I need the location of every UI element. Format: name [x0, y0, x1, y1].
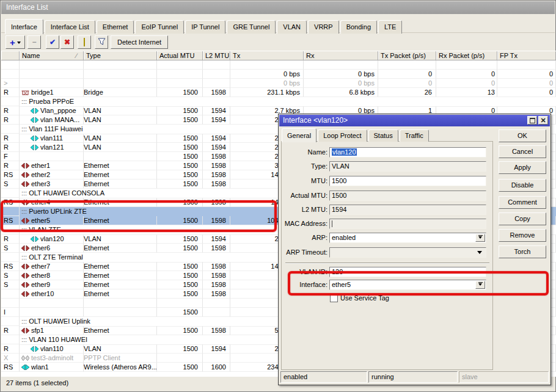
row-l2-mtu: 1598 [203, 262, 230, 271]
row-type: VLAN [84, 106, 157, 115]
column-header-rx-packet-p-s[interactable]: Rx Packet (p/s) [436, 51, 497, 60]
row-actual-mtu: 1500 [157, 308, 203, 317]
torch-button[interactable]: Torch [499, 245, 546, 258]
row-flag [1, 299, 20, 308]
comment-button[interactable] [78, 35, 91, 49]
interface-dropdown-button[interactable] [475, 281, 485, 289]
dialog-tab-loop-protect[interactable]: Loop Protect [318, 129, 367, 142]
column-header-rx[interactable]: Rx [304, 51, 378, 60]
ethernet-icon [21, 217, 29, 225]
column-header-l2-mtu[interactable]: L2 MTU [203, 51, 230, 60]
row-rx: 0 bps [304, 79, 378, 88]
tab-lte[interactable]: LTE [378, 20, 402, 34]
filter-funnel-icon [98, 38, 106, 46]
table-row[interactable]: Rbridge1Bridge15001598231.1 kbps6.8 kbps… [1, 88, 556, 97]
row-actual-mtu: 1500 [157, 344, 203, 354]
comment-prefix: ::: [21, 189, 27, 197]
column-header-tx[interactable]: Tx [230, 51, 304, 60]
row-flag [1, 70, 20, 79]
filter-button[interactable] [95, 35, 108, 49]
row-actual-mtu: 1500 [157, 170, 203, 180]
ethernet-icon [21, 180, 29, 189]
mtu-field[interactable]: 1500 [329, 176, 486, 186]
row-type: Ethernet [84, 326, 157, 335]
vlan-icon [31, 134, 38, 143]
column-header-fp-tx[interactable]: FP Tx [497, 51, 556, 60]
column-header-tx-packet-p-s[interactable]: Tx Packet (p/s) [378, 51, 436, 60]
row-flag: R [1, 134, 20, 143]
row-fp-tx: 0 [497, 79, 556, 88]
enable-button[interactable]: ✔ [46, 35, 59, 49]
remove-button[interactable]: − [27, 35, 41, 49]
row-tx-packet: 0 [378, 79, 436, 88]
column-header-name[interactable]: Name∕ [20, 51, 84, 60]
row-rx [304, 60, 378, 70]
ethernet-icon [21, 272, 29, 280]
column-header-type[interactable]: Type [84, 51, 157, 60]
row-l2-mtu: 1600 [203, 363, 230, 372]
row-rx-packet: 0 [436, 79, 497, 88]
maximize-icon [530, 118, 535, 123]
close-button[interactable]: ✕ [538, 116, 548, 125]
row-l2-mtu: 1594 [203, 115, 230, 125]
arp-label: ARP: [279, 233, 327, 243]
apply-button[interactable]: Apply [499, 161, 546, 174]
tab-gre-tunnel[interactable]: GRE Tunnel [227, 20, 276, 34]
row-l2-mtu: 1598 [203, 152, 230, 161]
row-type: Ethernet [84, 289, 157, 299]
chevron-down-icon [478, 282, 483, 283]
row-type: Ethernet [84, 170, 157, 180]
table-row[interactable]: 0 bps0 bps000 [1, 70, 556, 79]
chevron-down-icon[interactable] [477, 251, 482, 256]
comment-button[interactable]: Comment [499, 196, 546, 209]
row-actual-mtu [157, 60, 203, 70]
tab-vlan[interactable]: VLAN [277, 20, 307, 34]
add-button[interactable]: + [5, 35, 25, 49]
row-l2-mtu: 1598 [203, 271, 230, 280]
interface-dropdown[interactable]: ether5 [329, 280, 486, 290]
disable-button[interactable]: ✖ [60, 35, 74, 49]
arp-dropdown-button[interactable] [475, 234, 485, 242]
arp-dropdown[interactable]: enabled [329, 233, 486, 243]
ethernet-icon [21, 244, 29, 253]
column-header-actual-mtu[interactable]: Actual MTU [157, 51, 203, 60]
cancel-button[interactable]: Cancel [499, 145, 546, 158]
tab-interface-list[interactable]: Interface List [45, 20, 95, 34]
use-service-tag-checkbox[interactable] [330, 294, 338, 302]
detect-internet-button[interactable]: Detect Internet [111, 35, 168, 49]
tab-vrrp[interactable]: VRRP [308, 20, 339, 34]
tab-ip-tunnel[interactable]: IP Tunnel [185, 20, 225, 34]
row-flag: R [1, 143, 20, 152]
mtu-value: 1500 [332, 177, 346, 184]
ok-button[interactable]: OK [499, 129, 546, 142]
mtu-label: MTU: [279, 176, 327, 186]
row-name: vlan110 [20, 344, 84, 354]
tab-bonding[interactable]: Bonding [340, 20, 377, 34]
row-name [20, 299, 84, 308]
comment-row[interactable]: :::Prueba PPPoE [1, 97, 556, 106]
chevron-down-icon [478, 235, 483, 236]
table-row[interactable]: >0 bps0 bps000 [1, 79, 556, 88]
dialog-tab-general[interactable]: General [282, 128, 316, 142]
row-actual-mtu: 1500 [157, 234, 203, 244]
row-rx-packet: 13 [436, 88, 497, 97]
name-field[interactable]: vlan120 [329, 147, 486, 158]
tab-eoip-tunnel[interactable]: EoIP Tunnel [135, 20, 184, 34]
dialog-tab-status[interactable]: Status [368, 129, 398, 142]
minus-icon: − [32, 38, 36, 46]
row-rx: 0 bps [304, 70, 378, 79]
dialog-tab-traffic[interactable]: Traffic [400, 129, 429, 142]
vlan-id-field[interactable]: 120 [329, 267, 486, 277]
row-name [20, 79, 84, 88]
arp-timeout-dropdown[interactable] [329, 247, 486, 258]
disable-button[interactable]: Disable [499, 179, 546, 192]
actual-mtu-label: Actual MTU: [279, 191, 327, 201]
remove-button[interactable]: Remove [499, 229, 546, 242]
row-name [20, 70, 84, 79]
maximize-button[interactable] [527, 116, 537, 125]
tab-ethernet[interactable]: Ethernet [97, 20, 134, 34]
row-actual-mtu: 1500 [157, 262, 203, 271]
tab-interface[interactable]: Interface [5, 19, 43, 34]
row-type: Ethernet [84, 262, 157, 271]
copy-button[interactable]: Copy [499, 212, 546, 225]
